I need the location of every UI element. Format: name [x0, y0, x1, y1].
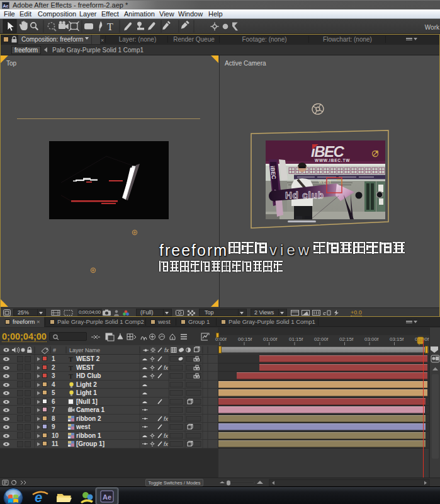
- svg-text:T: T: [69, 365, 73, 371]
- svg-text:fx: fx: [164, 347, 169, 353]
- svg-text:T: T: [69, 356, 73, 362]
- svg-text:Ae: Ae: [103, 493, 111, 501]
- svg-text:T: T: [69, 373, 73, 379]
- svg-text:Hd club: Hd club: [285, 190, 324, 200]
- svg-text:#: #: [53, 347, 56, 353]
- svg-text:fx: fx: [164, 433, 169, 439]
- svg-text:T: T: [107, 21, 113, 32]
- svg-text:fx: fx: [164, 441, 169, 447]
- svg-text:Layer Name: Layer Name: [69, 347, 100, 353]
- svg-text:fx: fx: [164, 365, 169, 371]
- svg-text:WWW.IBEC.TW: WWW.IBEC.TW: [315, 158, 350, 163]
- svg-text:west: west: [318, 179, 331, 185]
- svg-text:fx: fx: [164, 416, 169, 422]
